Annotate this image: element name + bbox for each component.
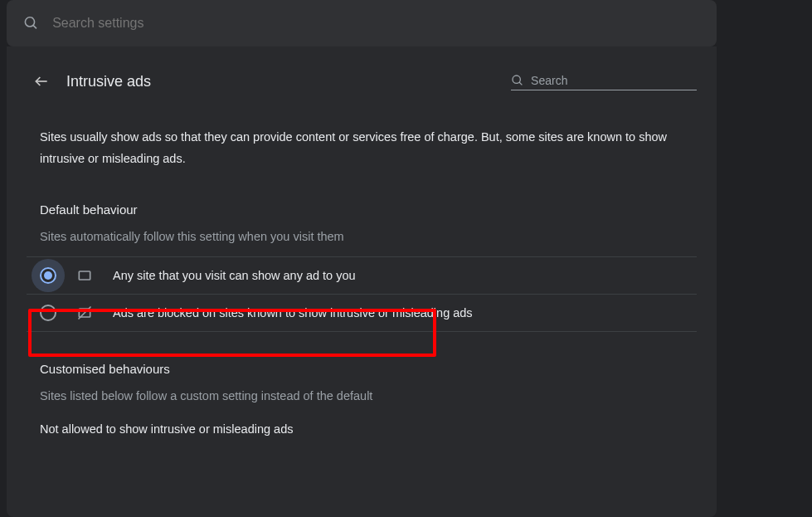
settings-search-input[interactable] [52,16,700,31]
option-block-intrusive-ads[interactable]: Ads are blocked on sites known to show i… [27,295,697,332]
page-description: Sites usually show ads so that they can … [40,126,683,169]
default-behaviour-subtitle: Sites automatically follow this setting … [40,230,683,243]
option-label: Ads are blocked on sites known to show i… [113,306,473,319]
back-button[interactable] [27,66,56,96]
svg-rect-5 [79,271,90,280]
svg-line-4 [519,82,522,85]
customised-behaviours-title: Customised behaviours [40,362,683,376]
not-allowed-label: Not allowed to show intrusive or mislead… [40,422,683,436]
default-behaviour-title: Default behaviour [40,202,683,217]
svg-line-1 [33,25,36,28]
settings-panel: Intrusive ads Sites usually show ads so … [7,46,717,517]
page-title: Intrusive ads [66,73,151,90]
option-label: Any site that you visit can show any ad … [113,269,356,282]
ads-blocked-icon [76,305,93,321]
inline-search-input[interactable] [531,74,697,87]
ads-allowed-icon [76,267,93,284]
radio-button[interactable] [40,305,56,321]
search-icon [23,15,39,32]
svg-point-0 [25,17,34,27]
settings-search-bar[interactable] [7,0,717,46]
arrow-left-icon [33,73,50,90]
inline-search[interactable] [511,73,697,90]
svg-point-3 [513,75,520,82]
option-allow-all-ads[interactable]: Any site that you visit can show any ad … [27,256,697,295]
search-icon [511,73,524,88]
customised-behaviours-subtitle: Sites listed below follow a custom setti… [40,389,683,402]
default-behaviour-options: Any site that you visit can show any ad … [27,256,697,332]
radio-button[interactable] [40,267,56,284]
